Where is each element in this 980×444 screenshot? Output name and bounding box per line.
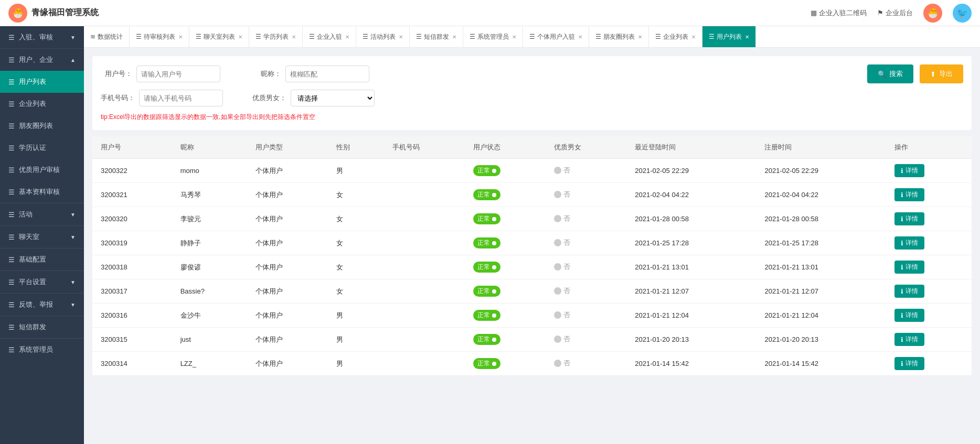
cell-nickname: Bassie?: [172, 279, 248, 304]
info-icon: ℹ: [901, 336, 903, 343]
phone-input[interactable]: [139, 90, 223, 106]
tab-enterprise-entry[interactable]: ☰ 企业入驻 ✕: [303, 26, 356, 47]
tab-friends[interactable]: ☰ 朋友圈列表 ✕: [589, 26, 649, 47]
sidebar-item-basic-audit[interactable]: ☰ 基本资料审核: [0, 181, 84, 203]
detail-button[interactable]: ℹ详情: [894, 261, 924, 274]
tab-individual-entry[interactable]: ☰ 个体用户入驻 ✕: [523, 26, 589, 47]
cell-status: 正常: [465, 279, 546, 304]
backend-btn[interactable]: ⚑ 企业后台: [877, 8, 913, 18]
tab-close-icon[interactable]: ✕: [345, 34, 349, 40]
cell-action: ℹ详情: [886, 279, 972, 304]
sidebar-item-basic-config[interactable]: ☰ 基础配置: [0, 248, 84, 270]
col-phone: 手机号码: [384, 136, 465, 159]
sidebar-item-audit[interactable]: ☰ 入驻、审核 ▼: [0, 26, 84, 48]
user-avatar[interactable]: 🐣: [923, 4, 942, 23]
quality-toggle[interactable]: 否: [554, 286, 570, 296]
tab-pending-review[interactable]: ☰ 待审核列表 ✕: [130, 26, 189, 47]
tab-academic-list[interactable]: ☰ 学历列表 ✕: [249, 26, 303, 47]
cell-user-type: 个体用户: [247, 159, 328, 183]
quality-toggle[interactable]: 否: [554, 359, 570, 368]
notification-avatar[interactable]: 🐦: [953, 4, 972, 23]
detail-button[interactable]: ℹ详情: [894, 309, 924, 322]
sidebar-item-user-list[interactable]: ☰ 用户列表: [0, 71, 84, 93]
quality-toggle[interactable]: 否: [554, 262, 570, 272]
cell-phone: [384, 328, 465, 352]
sidebar-item-friends-list[interactable]: ☰ 朋友圈列表: [0, 115, 84, 137]
sidebar-item-academic-cert[interactable]: ☰ 学历认证: [0, 137, 84, 159]
tab-close-icon[interactable]: ✕: [238, 34, 242, 40]
tab-close-icon[interactable]: ✕: [178, 34, 183, 40]
info-icon: ℹ: [901, 191, 903, 199]
quality-toggle[interactable]: 否: [554, 166, 570, 175]
search-button[interactable]: 🔍 搜索: [867, 64, 913, 83]
col-status: 用户状态: [465, 136, 546, 159]
sidebar-item-platform-settings[interactable]: ☰ 平台设置 ▼: [0, 271, 84, 293]
chevron-down-icon: ▼: [70, 234, 76, 240]
detail-button[interactable]: ℹ详情: [894, 333, 924, 346]
quality-toggle[interactable]: 否: [554, 214, 570, 223]
tab-system-manager[interactable]: ☰ 系统管理员 ✕: [463, 26, 523, 47]
tab-label: 聊天室列表: [204, 33, 235, 41]
menu-icon: ☰: [8, 56, 15, 64]
detail-button[interactable]: ℹ详情: [894, 357, 924, 370]
tab-close-icon[interactable]: ✕: [452, 34, 456, 40]
tab-enterprise[interactable]: ☰ 企业列表 ✕: [649, 26, 702, 47]
user-id-input[interactable]: [136, 66, 220, 82]
tab-user-list[interactable]: ☰ 用户列表 ✕: [702, 26, 756, 47]
status-dot: [492, 313, 496, 318]
quality-select[interactable]: 请选择 是 否: [291, 90, 375, 106]
sidebar-item-system-admin[interactable]: ☰ 系统管理员: [0, 339, 84, 361]
sidebar-item-quality-audit[interactable]: ☰ 优质用户审核: [0, 159, 84, 181]
quality-toggle[interactable]: 否: [554, 238, 570, 247]
tab-close-icon[interactable]: ✕: [292, 34, 296, 40]
detail-button[interactable]: ℹ详情: [894, 285, 924, 298]
cell-action: ℹ详情: [886, 304, 972, 328]
quality-toggle[interactable]: 否: [554, 310, 570, 320]
quality-toggle[interactable]: 否: [554, 190, 570, 199]
header: 🐣 青缘福田管理系统 ▦ 企业入驻二维码 ⚑ 企业后台 🐣 🐦: [0, 0, 980, 26]
detail-button[interactable]: ℹ详情: [894, 236, 924, 250]
tab-activity-list[interactable]: ☰ 活动列表 ✕: [356, 26, 410, 47]
tab-close-icon[interactable]: ✕: [745, 34, 749, 40]
cell-status: 正常: [465, 183, 546, 207]
cell-user-type: 个体用户: [247, 352, 328, 376]
tab-chatroom-list[interactable]: ☰ 聊天室列表 ✕: [189, 26, 249, 47]
cell-action: ℹ详情: [886, 207, 972, 231]
table-row: 3200316 金沙牛 个体用户 男 正常 否 2021-01-21 12:04…: [92, 304, 972, 328]
sidebar-item-label: 系统管理员: [19, 345, 53, 354]
tab-close-icon[interactable]: ✕: [691, 34, 696, 40]
qrcode-btn[interactable]: ▦ 企业入驻二维码: [811, 8, 867, 18]
tab-data-stats[interactable]: ≋ 数据统计: [84, 26, 130, 47]
sidebar-item-feedback[interactable]: ☰ 反馈、举报 ▼: [0, 294, 84, 316]
tab-close-icon[interactable]: ✕: [512, 34, 516, 40]
button-row: 🔍 搜索 ⬆ 导出: [867, 64, 963, 83]
tab-close-icon[interactable]: ✕: [399, 34, 403, 40]
quality-toggle[interactable]: 否: [554, 334, 570, 344]
cell-user-id: 3200314: [92, 352, 172, 376]
sidebar-item-sms-group[interactable]: ☰ 短信群发: [0, 316, 84, 338]
sidebar-item-chatroom[interactable]: ☰ 聊天室 ▼: [0, 226, 84, 248]
cell-quality: 否: [546, 255, 626, 279]
tab-sms-send[interactable]: ☰ 短信群发 ✕: [410, 26, 463, 47]
tab-close-icon[interactable]: ✕: [578, 34, 582, 40]
export-icon: ⬆: [930, 70, 936, 78]
cell-nickname: momo: [172, 159, 248, 183]
tab-close-icon[interactable]: ✕: [638, 34, 642, 40]
main-layout: ☰ 入驻、审核 ▼ ☰ 用户、企业 ▲ ☰ 用户列表 ☰ 企业列表 ☰ 朋友圈列…: [0, 26, 980, 444]
menu-icon: ☰: [8, 166, 15, 174]
detail-button[interactable]: ℹ详情: [894, 164, 924, 177]
sidebar-item-enterprise-list[interactable]: ☰ 企业列表: [0, 93, 84, 115]
cell-last-login: 2021-01-21 13:01: [626, 255, 756, 279]
col-user-id: 用户号: [92, 136, 172, 159]
detail-button[interactable]: ℹ详情: [894, 188, 924, 201]
detail-button[interactable]: ℹ详情: [894, 212, 924, 225]
nickname-input[interactable]: [285, 66, 369, 82]
sidebar-item-activities[interactable]: ☰ 活动 ▼: [0, 203, 84, 225]
export-button[interactable]: ⬆ 导出: [920, 64, 963, 83]
toggle-circle-icon: [554, 287, 561, 295]
search-form: 用户号： 昵称： 🔍 搜索 ⬆ 导出: [92, 56, 972, 130]
quality-field: 优质男女： 请选择 是 否: [252, 90, 375, 106]
info-icon: ℹ: [901, 167, 903, 175]
cell-last-login: 2021-02-05 22:29: [626, 159, 756, 183]
sidebar-item-user-enterprise[interactable]: ☰ 用户、企业 ▲: [0, 49, 84, 71]
